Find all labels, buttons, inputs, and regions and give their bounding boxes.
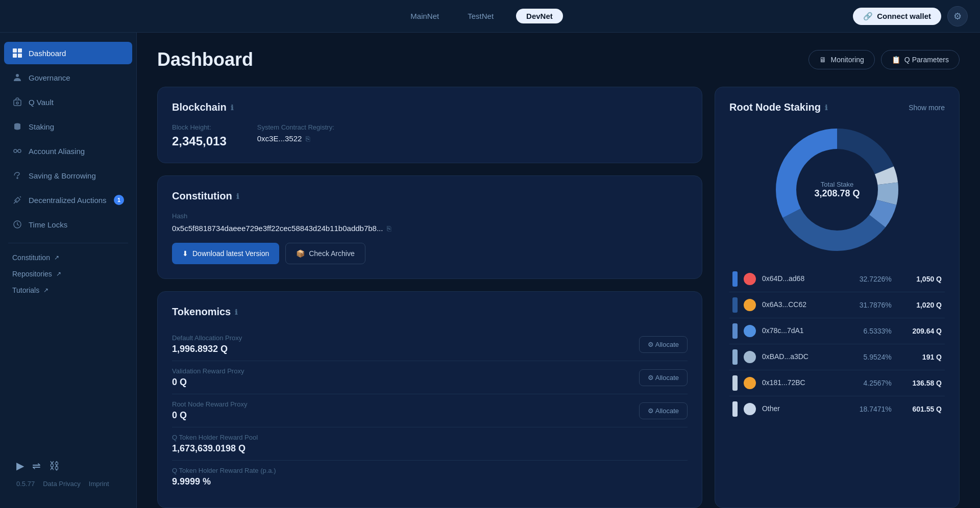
- tok-field-3: Q Token Holder Reward Pool 1,673,639.019…: [172, 434, 258, 454]
- hash-display: 0x5c5f8818734daeee729e3ff22cec58843d24b1…: [172, 224, 688, 233]
- tokenomics-row: Validation Reward Proxy 0 Q ⚙ Allocate: [172, 361, 688, 394]
- block-height-value: 2,345,013: [172, 134, 227, 148]
- tokenomics-title: Tokenomics ℹ: [172, 306, 688, 318]
- play-button[interactable]: ▶: [16, 460, 24, 472]
- node-address: 0xBAD...a3DC: [741, 344, 841, 370]
- sidebar-item-dashboard[interactable]: Dashboard: [4, 42, 132, 64]
- staking-table-row[interactable]: 0xBAD...a3DC 5.9524% 191 Q: [729, 344, 945, 370]
- page-title: Dashboard: [157, 49, 253, 70]
- tokenomics-rows: Default Allocation Proxy 1,996.8932 Q ⚙ …: [172, 328, 688, 493]
- sidebar-item-aliasing[interactable]: Account Aliasing: [4, 140, 132, 162]
- node-amount: 191 Q: [895, 344, 945, 370]
- copy-hash-button[interactable]: ⎘: [387, 224, 391, 233]
- sidebar-item-auctions[interactable]: Decentralized Auctions 1: [4, 189, 132, 211]
- staking-table-row[interactable]: 0x6A3...CC62 31.7876% 1,020 Q: [729, 292, 945, 318]
- node-amount: 209.64 Q: [895, 318, 945, 344]
- svg-rect-2: [13, 54, 17, 58]
- allocate-button-0[interactable]: ⚙ Allocate: [639, 336, 688, 353]
- node-color-bar: [729, 318, 741, 344]
- connect-wallet-button[interactable]: 🔗 Connect wallet: [853, 8, 941, 25]
- blockchain-card: Blockchain ℹ Block Height: 2,345,013 Sys…: [157, 87, 702, 163]
- tok-field-1: Validation Reward Proxy 0 Q: [172, 367, 244, 388]
- staking-info-icon[interactable]: ℹ: [825, 104, 827, 112]
- staking-table-row[interactable]: 0x181...72BC 4.2567% 136.58 Q: [729, 370, 945, 396]
- left-column: Blockchain ℹ Block Height: 2,345,013 Sys…: [157, 87, 702, 508]
- sidebar-constitution-link[interactable]: Constitution ↗: [0, 249, 136, 266]
- donut-center: Total Stake 3,208.78 Q: [814, 181, 860, 199]
- tokenomics-info-icon[interactable]: ℹ: [235, 308, 237, 316]
- governance-icon: [12, 72, 22, 83]
- allocate-button-1[interactable]: ⚙ Allocate: [639, 369, 688, 386]
- external-link-icon: ↗: [54, 254, 59, 261]
- sidebar-item-governance[interactable]: Governance: [4, 66, 132, 89]
- imprint-link[interactable]: Imprint: [89, 480, 109, 488]
- constitution-info-icon[interactable]: ℹ: [236, 192, 239, 200]
- staking-table: 0x64D...ad68 32.7226% 1,050 Q 0x6A3...CC…: [729, 266, 945, 422]
- testnet-tab[interactable]: TestNet: [461, 9, 500, 23]
- node-address: 0x181...72BC: [741, 370, 841, 396]
- download-version-button[interactable]: ⬇ Download latest Version: [172, 243, 279, 264]
- vault-icon: [12, 97, 22, 107]
- svg-rect-1: [18, 48, 22, 53]
- network-nav: MainNet TestNet DevNet: [114, 9, 853, 23]
- node-amount: 136.58 Q: [895, 370, 945, 396]
- node-percent: 4.2567%: [841, 370, 895, 396]
- svg-point-4: [16, 74, 19, 77]
- devnet-tab[interactable]: DevNet: [516, 9, 563, 23]
- block-height-field: Block Height: 2,345,013: [172, 123, 227, 148]
- registry-value: 0xc3E...3522 ⎘: [257, 134, 334, 143]
- node-address: Other: [741, 396, 841, 422]
- mainnet-tab[interactable]: MainNet: [404, 9, 445, 23]
- node-color-bar: [729, 292, 741, 318]
- show-more-button[interactable]: Show more: [909, 104, 945, 112]
- q-parameters-button[interactable]: 📋 Q Parameters: [881, 50, 960, 69]
- svg-point-10: [17, 177, 18, 179]
- sidebar-item-staking[interactable]: Staking: [4, 115, 132, 138]
- staking-table-row[interactable]: 0x64D...ad68 32.7226% 1,050 Q: [729, 266, 945, 292]
- sidebar-divider: [8, 243, 128, 243]
- node-percent: 6.5333%: [841, 318, 895, 344]
- blockchain-row: Block Height: 2,345,013 System Contract …: [172, 123, 688, 148]
- staking-table-row[interactable]: Other 18.7471% 601.55 Q: [729, 396, 945, 422]
- auctions-icon: [12, 195, 22, 205]
- saving-icon: [12, 170, 22, 181]
- content-area: Dashboard 🖥 Monitoring 📋 Q Parameters Bl…: [137, 33, 980, 508]
- node-amount: 601.55 Q: [895, 396, 945, 422]
- sidebar-item-saving[interactable]: Saving & Borrowing: [4, 164, 132, 187]
- node-color-bar: [729, 396, 741, 422]
- svg-point-6: [16, 102, 18, 104]
- check-archive-button[interactable]: 📦 Check Archive: [285, 243, 365, 264]
- sidebar-item-timelocks[interactable]: Time Locks: [4, 213, 132, 236]
- node-color-bar: [729, 370, 741, 396]
- blockchain-title: Blockchain ℹ: [172, 101, 688, 113]
- external-link-icon: ↗: [43, 287, 48, 294]
- settings-button[interactable]: ⚙: [947, 6, 968, 27]
- svg-point-9: [18, 149, 21, 153]
- staking-table-row[interactable]: 0x78c...7dA1 6.5333% 209.64 Q: [729, 318, 945, 344]
- download-icon: ⬇: [182, 249, 188, 258]
- node-percent: 31.7876%: [841, 292, 895, 318]
- sidebar-repositories-link[interactable]: Repositories ↗: [0, 266, 136, 282]
- blockchain-info-icon[interactable]: ℹ: [231, 104, 233, 112]
- total-stake-label: Total Stake: [814, 181, 860, 188]
- sidebar-tutorials-link[interactable]: Tutorials ↗: [0, 282, 136, 298]
- constitution-title: Constitution ℹ: [172, 190, 688, 202]
- tokenomics-row: Q Token Holder Reward Pool 1,673,639.019…: [172, 427, 688, 461]
- tok-field-4: Q Token Holder Reward Rate (p.a.) 9.9999…: [172, 467, 276, 487]
- topbar-right: 🔗 Connect wallet ⚙: [853, 6, 968, 27]
- sidebar-item-qvault[interactable]: Q Vault: [4, 91, 132, 113]
- swap-button[interactable]: ⇌: [32, 460, 41, 472]
- svg-rect-3: [18, 54, 22, 58]
- data-privacy-link[interactable]: Data Privacy: [43, 480, 81, 488]
- copy-registry-button[interactable]: ⎘: [306, 135, 310, 143]
- registry-field: System Contract Registry: 0xc3E...3522 ⎘: [257, 123, 334, 148]
- topbar: MainNet TestNet DevNet 🔗 Connect wallet …: [0, 0, 980, 33]
- link-button[interactable]: ⛓: [49, 460, 59, 472]
- allocate-button-2[interactable]: ⚙ Allocate: [639, 402, 688, 419]
- monitoring-button[interactable]: 🖥 Monitoring: [808, 50, 874, 69]
- staking-icon: [12, 121, 22, 132]
- timelocks-icon: [12, 219, 22, 230]
- tok-field-2: Root Node Reward Proxy 0 Q: [172, 400, 247, 421]
- external-link-icon: ↗: [56, 270, 61, 277]
- svg-rect-5: [14, 100, 21, 106]
